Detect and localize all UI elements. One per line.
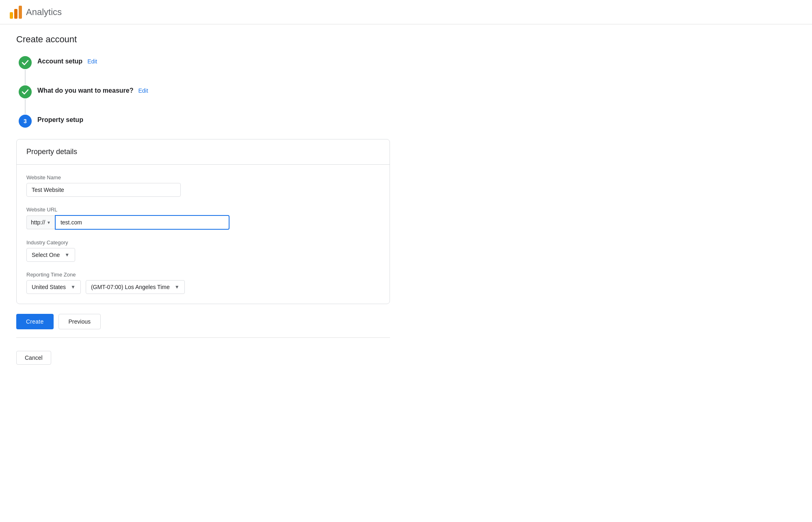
industry-group: Industry Category Select One ▼ bbox=[26, 239, 380, 262]
cancel-button[interactable]: Cancel bbox=[16, 351, 51, 365]
main-content: Create account Account setup Edit bbox=[0, 24, 406, 374]
previous-button[interactable]: Previous bbox=[58, 314, 101, 329]
step-1-edit[interactable]: Edit bbox=[87, 58, 97, 65]
url-input[interactable] bbox=[55, 215, 230, 230]
timezone-chevron-icon: ▼ bbox=[175, 284, 180, 290]
url-row: http:// ▼ bbox=[26, 215, 230, 230]
property-card-title: Property details bbox=[26, 148, 380, 156]
timezone-group: Reporting Time Zone United States ▼ (GMT… bbox=[26, 272, 380, 294]
svg-point-1 bbox=[19, 85, 32, 98]
step-3-content: Property setup bbox=[34, 115, 83, 125]
app-title: Analytics bbox=[26, 7, 62, 17]
industry-select-value: Select One bbox=[32, 252, 60, 258]
step-3-circle: 3 bbox=[19, 115, 32, 128]
country-select-value: United States bbox=[32, 284, 66, 290]
svg-point-0 bbox=[19, 56, 32, 69]
step-3-left: 3 bbox=[16, 115, 34, 128]
country-chevron-icon: ▼ bbox=[71, 284, 76, 290]
website-name-input[interactable] bbox=[26, 183, 181, 197]
step-3: 3 Property setup bbox=[16, 115, 390, 128]
steps-list: Account setup Edit What do you want to m… bbox=[16, 56, 390, 128]
industry-chevron-icon: ▼ bbox=[65, 252, 69, 258]
step-2: What do you want to measure? Edit bbox=[16, 85, 390, 115]
step-2-content: What do you want to measure? Edit bbox=[34, 85, 148, 96]
checkmark-icon-2 bbox=[19, 85, 32, 98]
step-3-label: Property setup bbox=[37, 116, 83, 124]
website-url-group: Website URL http:// ▼ bbox=[26, 207, 380, 230]
timezone-row: United States ▼ (GMT-07:00) Los Angeles … bbox=[26, 280, 380, 294]
step-2-edit[interactable]: Edit bbox=[138, 87, 148, 94]
property-card-header: Property details bbox=[17, 139, 390, 165]
page-title: Create account bbox=[16, 34, 390, 45]
country-dropdown[interactable]: United States ▼ bbox=[26, 280, 81, 294]
logo-bar-3 bbox=[19, 6, 22, 19]
property-card-body: Website Name Website URL http:// ▼ Indus… bbox=[17, 165, 390, 304]
step-2-label: What do you want to measure? bbox=[37, 87, 133, 94]
action-buttons: Create Previous bbox=[16, 314, 390, 338]
website-name-label: Website Name bbox=[26, 174, 380, 181]
logo-bar-2 bbox=[14, 9, 17, 19]
timezone-dropdown[interactable]: (GMT-07:00) Los Angeles Time ▼ bbox=[86, 280, 185, 294]
step-connector-1 bbox=[25, 70, 26, 85]
analytics-logo bbox=[10, 6, 22, 19]
step-2-left bbox=[16, 85, 34, 115]
industry-dropdown[interactable]: Select One ▼ bbox=[26, 248, 75, 262]
step-1-left bbox=[16, 56, 34, 85]
logo-bar-1 bbox=[10, 12, 13, 19]
website-name-group: Website Name bbox=[26, 174, 380, 197]
app-header: Analytics bbox=[0, 0, 812, 24]
property-card: Property details Website Name Website UR… bbox=[16, 139, 390, 304]
step-1: Account setup Edit bbox=[16, 56, 390, 85]
step-3-number: 3 bbox=[24, 118, 27, 124]
step-1-label: Account setup bbox=[37, 58, 82, 65]
website-url-label: Website URL bbox=[26, 207, 380, 213]
step-connector-2 bbox=[25, 99, 26, 114]
protocol-dropdown[interactable]: http:// ▼ bbox=[26, 215, 55, 229]
timezone-label: Reporting Time Zone bbox=[26, 272, 380, 278]
industry-label: Industry Category bbox=[26, 239, 380, 246]
protocol-chevron-icon: ▼ bbox=[47, 220, 51, 225]
timezone-select-value: (GMT-07:00) Los Angeles Time bbox=[91, 284, 170, 290]
step-1-content: Account setup Edit bbox=[34, 56, 97, 67]
checkmark-icon-1 bbox=[19, 56, 32, 69]
create-button[interactable]: Create bbox=[16, 314, 54, 329]
protocol-label: http:// bbox=[31, 219, 45, 226]
